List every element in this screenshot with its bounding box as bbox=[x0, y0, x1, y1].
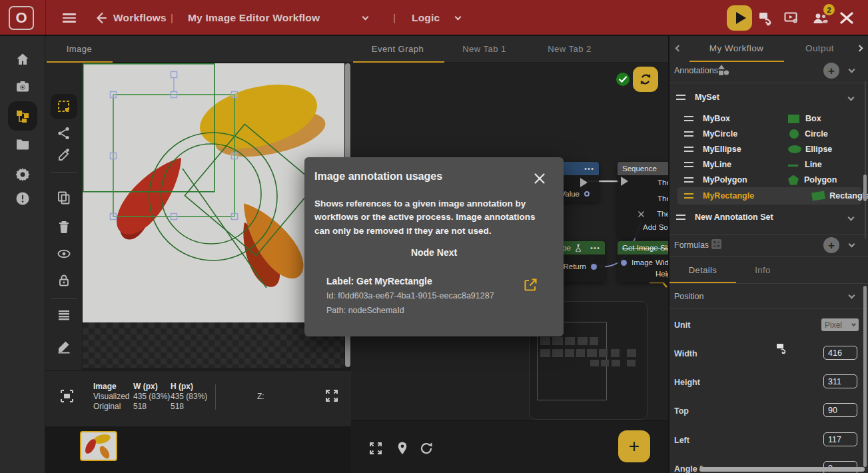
tab-details[interactable]: Details bbox=[669, 258, 736, 283]
panel-next-icon[interactable] bbox=[857, 45, 863, 52]
fullscreen-image-icon[interactable] bbox=[324, 388, 339, 406]
tab-event-graph[interactable]: Event Graph bbox=[351, 36, 444, 62]
reload-graph-icon[interactable] bbox=[419, 441, 434, 456]
exec-in-pin[interactable] bbox=[621, 177, 628, 186]
panel-prev-icon[interactable] bbox=[675, 45, 682, 52]
workflow-title-chevron-icon[interactable] bbox=[362, 14, 369, 21]
add-node-button[interactable]: + bbox=[618, 430, 650, 462]
formulas-collapse-icon[interactable] bbox=[849, 241, 855, 248]
open-node-external-icon[interactable] bbox=[524, 278, 538, 294]
main-sidebar bbox=[0, 36, 45, 473]
run-button[interactable] bbox=[727, 5, 752, 31]
locate-node-icon[interactable] bbox=[395, 441, 410, 456]
set-collapse-icon[interactable] bbox=[848, 94, 855, 101]
node-get-image-size[interactable]: Get Image Size Image Width Height bbox=[618, 241, 668, 282]
annotation-row-mypolygon[interactable]: MyPolygon Polygon bbox=[669, 172, 868, 188]
draw-tool-icon[interactable] bbox=[57, 339, 71, 354]
details-scrollbar[interactable] bbox=[863, 286, 867, 467]
menu-icon[interactable] bbox=[63, 13, 76, 23]
left-input[interactable] bbox=[823, 432, 857, 446]
cross-tools-icon[interactable] bbox=[838, 10, 855, 29]
unit-label: Unit bbox=[674, 320, 690, 330]
back-arrow-icon[interactable] bbox=[93, 11, 108, 28]
remove-socket-icon[interactable] bbox=[638, 211, 645, 218]
node-sequence[interactable]: Sequence Then Then Then Add Socket bbox=[618, 162, 668, 238]
annotations-collapse-icon[interactable] bbox=[849, 67, 855, 73]
sequence-add-socket[interactable]: Add Socket bbox=[643, 223, 668, 231]
process-settings-icon[interactable] bbox=[783, 10, 799, 29]
visibility-tool-icon[interactable] bbox=[57, 246, 71, 261]
node-menu-icon[interactable]: ••• bbox=[584, 165, 594, 173]
unit-select[interactable]: Pixel bbox=[821, 318, 859, 331]
layers-list-tool-icon[interactable] bbox=[57, 308, 71, 322]
annotation-row-myline[interactable]: MyLine Line bbox=[669, 157, 868, 173]
app-logo[interactable]: O bbox=[9, 6, 34, 30]
duplicate-tool-icon[interactable] bbox=[57, 191, 71, 205]
image-thumbnail[interactable] bbox=[80, 431, 117, 461]
section-chevron-icon[interactable] bbox=[455, 14, 462, 21]
sidebar-item-settings[interactable] bbox=[15, 167, 30, 181]
workflow-title[interactable]: My Image Editor Workflow bbox=[188, 0, 320, 36]
sidebar-item-alerts[interactable] bbox=[15, 191, 30, 206]
app-window: O Workflows | My Image Editor Workflow |… bbox=[0, 0, 868, 473]
sidebar-item-files[interactable] bbox=[15, 137, 30, 151]
eyedropper-tool-icon[interactable] bbox=[57, 148, 71, 163]
workflow-link-icon[interactable] bbox=[757, 10, 773, 29]
sidebar-item-camera[interactable] bbox=[15, 79, 30, 94]
annotation-row-mycircle[interactable]: MyCircle Circle bbox=[669, 126, 868, 142]
sync-button[interactable] bbox=[633, 67, 658, 92]
drag-handle-icon[interactable] bbox=[684, 162, 693, 167]
sidebar-item-workflows[interactable] bbox=[15, 109, 30, 123]
section-divider bbox=[669, 235, 868, 235]
fit-graph-icon[interactable] bbox=[368, 441, 383, 456]
breadcrumb-workflows[interactable]: Workflows bbox=[113, 0, 167, 36]
marquee-select-tool-icon[interactable] bbox=[57, 99, 71, 114]
drag-handle-icon[interactable] bbox=[684, 177, 693, 183]
center-image-icon[interactable] bbox=[59, 388, 75, 406]
info-divider bbox=[215, 384, 216, 410]
add-formula-button[interactable]: + bbox=[823, 237, 839, 253]
drag-handle-icon[interactable] bbox=[684, 147, 693, 152]
gis-image-label: Image bbox=[632, 258, 653, 266]
annotations-shapes-icon[interactable] bbox=[717, 64, 729, 79]
annotation-row-myrectangle[interactable]: MyRectangle Rectangle bbox=[669, 188, 868, 204]
new-annotation-set-row[interactable]: New Annotation Set bbox=[669, 209, 868, 225]
exec-out-pin[interactable] bbox=[580, 178, 588, 187]
graph-tabbar: Event Graph New Tab 1 New Tab 2 bbox=[351, 36, 668, 63]
height-input[interactable] bbox=[823, 374, 857, 388]
add-annotation-set-button[interactable]: + bbox=[823, 63, 839, 79]
drag-handle-icon[interactable] bbox=[676, 95, 685, 100]
annotation-row-mybox[interactable]: MyBox Box bbox=[669, 111, 868, 127]
dialog-close-icon[interactable] bbox=[534, 173, 546, 187]
tab-info[interactable]: Info bbox=[736, 258, 789, 283]
delete-tool-icon[interactable] bbox=[57, 219, 71, 234]
width-input[interactable] bbox=[823, 346, 857, 360]
drag-handle-icon[interactable] bbox=[684, 131, 693, 137]
image-in-pin[interactable] bbox=[621, 260, 627, 266]
tab-image[interactable]: Image bbox=[45, 36, 113, 62]
top-input[interactable] bbox=[823, 403, 857, 417]
value-out-pin[interactable] bbox=[584, 191, 590, 197]
share-tool-icon[interactable] bbox=[57, 126, 71, 141]
return-out-pin[interactable] bbox=[591, 264, 597, 270]
lock-tool-icon[interactable] bbox=[57, 273, 71, 288]
annotations-scrollbar[interactable] bbox=[863, 175, 867, 201]
new-set-collapse-icon[interactable] bbox=[848, 214, 855, 221]
section-divider bbox=[669, 308, 868, 308]
position-collapse-icon[interactable] bbox=[849, 292, 855, 299]
drag-handle-icon[interactable] bbox=[684, 116, 693, 121]
tab-my-workflow[interactable]: My Workflow bbox=[688, 36, 785, 61]
annotation-name: MyEllipse bbox=[703, 145, 788, 154]
section-selector[interactable]: Logic bbox=[412, 0, 440, 36]
details-horizontal-scrollbar[interactable] bbox=[699, 467, 865, 472]
sidebar-item-home[interactable] bbox=[15, 52, 30, 67]
drag-handle-icon[interactable] bbox=[684, 193, 693, 199]
drag-handle-icon[interactable] bbox=[676, 215, 685, 220]
zoom-label: Z: bbox=[257, 392, 264, 401]
tab-new-tab-2[interactable]: New Tab 2 bbox=[530, 36, 610, 62]
annotation-set-row[interactable]: MySet bbox=[669, 89, 868, 105]
node-menu-icon-2[interactable]: ••• bbox=[590, 244, 600, 252]
tab-new-tab-1[interactable]: New Tab 1 bbox=[444, 36, 524, 62]
tab-output[interactable]: Output bbox=[791, 36, 848, 61]
annotation-row-myellipse[interactable]: MyEllipse Ellipse bbox=[669, 141, 868, 157]
